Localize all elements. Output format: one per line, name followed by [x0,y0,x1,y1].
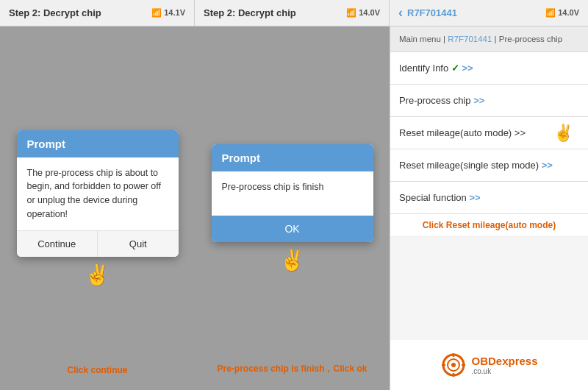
panels-area: Prompt The pre-process chip is about to … [0,26,390,390]
logo-icon [440,352,467,378]
continue-button[interactable]: Continue [17,231,98,257]
logo-text-container: OBDexpress .co.uk [471,355,537,375]
header-left-panel: Step 2: Decrypt chip 📶 14.1V [0,0,195,26]
header-right-panel: ‹ R7F701441 📶 14.0V [390,0,588,26]
header-left-title: Step 2: Decrypt chip [9,7,101,18]
right-panel: Prompt Pre-process chip is finish OK ✌ P… [195,26,390,390]
reset-auto-label: Reset mileage(auto mode) [399,127,512,138]
logo-brand-text: OBDexpress [471,355,537,367]
sidebar-item-identify-info-label: Identify Info [399,63,451,74]
left-dialog-body: The pre-process chip is about to begin, … [17,157,179,230]
left-dialog-footer: Continue Quit [17,230,179,257]
sidebar-item-special-function[interactable]: Special function >> [390,182,588,214]
right-dialog-text: Pre-process chip is finish [222,182,324,192]
left-click-label: Click continue [67,365,127,375]
identify-checkmark: ✓ [451,63,459,74]
sidebar-item-reset-single[interactable]: Reset mileage(single step mode) >> [390,149,588,182]
quit-button[interactable]: Quit [98,231,179,257]
reset-single-label: Reset mileage(single step mode) [399,160,539,171]
left-dialog-text: The pre-process chip is about to begin, … [27,168,162,219]
header: Step 2: Decrypt chip 📶 14.1V Step 2: Dec… [0,0,588,26]
svg-point-2 [451,363,456,367]
identify-arrow: >> [462,63,473,74]
back-icon[interactable]: ‹ [398,5,403,21]
header-right-nav: ‹ R7F701441 [398,5,457,21]
pre-process-arrow: >> [473,95,484,106]
left-dialog-header: Prompt [17,130,179,157]
main-content: Prompt The pre-process chip is about to … [0,26,588,390]
right-hand-cursor: ✌ [279,248,305,272]
logo-obd-text: OBD [471,355,495,367]
logo-domain: .co.uk [471,367,537,375]
breadcrumb-main: Main menu [399,35,441,43]
special-function-label: Special function [399,192,467,203]
header-device-id: R7F701441 [407,7,457,18]
right-dialog-body: Pre-process chip is finish [212,171,373,216]
sidebar: Main menu | R7F701441 | Pre-process chip… [390,26,588,390]
sidebar-item-reset-auto[interactable]: Reset mileage(auto mode) >> ✌ [390,117,588,149]
header-left-wifi: 📶 14.1V [151,8,185,18]
header-mid-panel: Step 2: Decrypt chip 📶 14.0V [195,0,390,26]
sidebar-logo: OBDexpress .co.uk [390,340,588,390]
left-dialog-title: Prompt [27,138,66,150]
special-function-arrow: >> [469,192,480,203]
left-hand-cursor: ✌ [85,263,110,287]
sidebar-item-identify-info[interactable]: Identify Info ✓ >> [390,52,588,85]
left-panel: Prompt The pre-process chip is about to … [0,26,195,390]
reset-auto-cursor: ✌ [553,124,573,143]
sidebar-item-pre-process[interactable]: Pre-process chip >> [390,85,588,117]
sidebar-item-pre-process-label: Pre-process chip [399,95,471,106]
right-dialog-title: Prompt [222,152,261,164]
breadcrumb: Main menu | R7F701441 | Pre-process chip [390,26,588,52]
left-dialog: Prompt The pre-process chip is about to … [17,130,179,257]
sidebar-click-instruction: Click Reset mileage(auto mode) [390,214,588,237]
right-dialog-header: Prompt [212,144,373,171]
breadcrumb-device[interactable]: R7F701441 [448,35,492,43]
header-mid-title: Step 2: Decrypt chip [204,7,296,18]
header-mid-wifi: 📶 14.0V [346,8,380,18]
reset-auto-arrow: >> [514,127,526,138]
reset-single-arrow: >> [542,160,553,171]
logo-express-text: express [496,355,538,367]
ok-button[interactable]: OK [212,216,373,242]
right-dialog: Prompt Pre-process chip is finish OK [212,144,373,242]
header-right-wifi: 📶 14.0V [545,8,579,18]
breadcrumb-page: Pre-process chip [499,35,562,43]
right-click-label: Pre-process chip is finish，Click ok [217,363,367,375]
logo-container: OBDexpress .co.uk [440,352,537,378]
